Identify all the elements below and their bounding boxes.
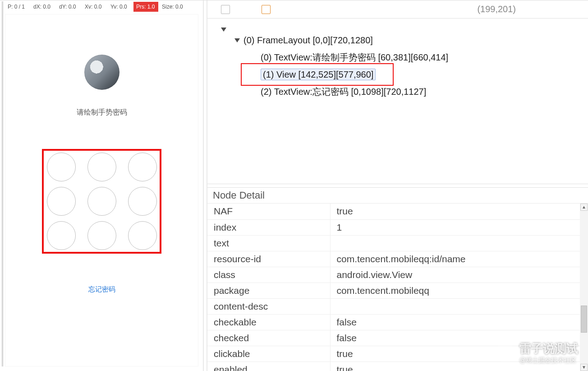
stat-prs: Prs: 1.0 — [133, 2, 158, 12]
detail-row[interactable]: classandroid.view.View — [207, 267, 588, 283]
device-preview-panel: P: 0 / 1 dX: 0.0 dY: 0.0 Xv: 0.0 Yv: 0.0… — [0, 0, 203, 371]
expand-icon[interactable] — [221, 28, 226, 32]
stat-xv: Xv: 0.0 — [82, 2, 107, 12]
detail-key: NAF — [207, 204, 330, 219]
scroll-up-icon[interactable]: ▲ — [580, 204, 588, 211]
pattern-dot[interactable] — [87, 153, 116, 181]
detail-key: index — [207, 219, 330, 235]
tree-node[interactable]: (0) FrameLayout [0,0][720,1280] — [243, 32, 373, 49]
gesture-pattern-grid[interactable] — [42, 149, 161, 254]
detail-value: com.tencent.mobileqq:id/name — [330, 251, 588, 267]
detail-value — [330, 235, 588, 251]
stat-dy: dY: 0.0 — [56, 2, 81, 12]
pattern-dot[interactable] — [128, 153, 157, 181]
expand-icon[interactable] — [234, 38, 240, 42]
touch-stats-bar: P: 0 / 1 dX: 0.0 dY: 0.0 Xv: 0.0 Yv: 0.0… — [5, 1, 198, 12]
tool-icon[interactable] — [262, 5, 271, 14]
detail-row[interactable]: index1 — [207, 219, 588, 235]
pattern-dot[interactable] — [128, 187, 157, 216]
inspector-toolbar: (199,201) — [207, 0, 588, 19]
node-detail-panel: Node Detail NAFtrueindex1textresource-id… — [207, 188, 588, 371]
detail-key: checked — [207, 330, 330, 346]
forgot-password-link[interactable]: 忘记密码 — [88, 285, 115, 294]
stat-size: Size: 0.0 — [159, 2, 186, 12]
gesture-prompt: 请绘制手势密码 — [77, 108, 127, 117]
tree-node-selected[interactable]: (1) View [142,525][577,960] — [261, 69, 376, 80]
detail-key: resource-id — [207, 251, 330, 267]
pattern-dot[interactable] — [47, 187, 76, 216]
hierarchy-tree[interactable]: (0) FrameLayout [0,0][720,1280] (0) Text… — [207, 19, 588, 184]
detail-value: true — [330, 204, 588, 219]
pattern-dot[interactable] — [47, 153, 76, 181]
detail-row[interactable]: packagecom.tencent.mobileqq — [207, 283, 588, 298]
device-screen[interactable]: 请绘制手势密码 忘记密码 — [5, 14, 198, 366]
scrollbar[interactable]: ▲ ▼ — [580, 204, 588, 371]
detail-key: clickable — [207, 346, 330, 362]
pattern-dot[interactable] — [128, 221, 157, 250]
detail-key: enabled — [207, 362, 330, 371]
detail-value: com.tencent.mobileqq — [330, 283, 588, 298]
avatar — [84, 55, 119, 90]
scroll-down-icon[interactable]: ▼ — [580, 364, 588, 371]
stat-p: P: 0 / 1 — [5, 2, 30, 12]
detail-row[interactable]: resource-idcom.tencent.mobileqq:id/name — [207, 251, 588, 267]
detail-row[interactable]: text — [207, 235, 588, 251]
detail-row[interactable]: checkedfalse — [207, 330, 588, 346]
detail-key: package — [207, 283, 330, 298]
detail-value — [330, 298, 588, 314]
detail-key: text — [207, 235, 330, 251]
detail-value: true — [330, 362, 588, 371]
detail-row[interactable]: checkablefalse — [207, 314, 588, 330]
stat-yv: Yv: 0.0 — [108, 2, 133, 12]
detail-row[interactable]: content-desc — [207, 298, 588, 314]
tool-icon[interactable] — [221, 5, 230, 14]
pattern-dot[interactable] — [47, 221, 76, 250]
cursor-coordinates: (199,201) — [477, 4, 516, 14]
node-detail-title: Node Detail — [207, 188, 588, 204]
detail-value: false — [330, 314, 588, 330]
detail-value: 1 — [330, 219, 588, 235]
detail-value: android.view.View — [330, 267, 588, 283]
detail-row[interactable]: NAFtrue — [207, 204, 588, 219]
pane-divider[interactable] — [203, 0, 207, 371]
stat-dx: dX: 0.0 — [31, 2, 55, 12]
horizontal-splitter[interactable] — [207, 184, 588, 188]
detail-row[interactable]: clickabletrue — [207, 346, 588, 362]
detail-row[interactable]: enabledtrue — [207, 362, 588, 371]
detail-key: content-desc — [207, 298, 330, 314]
detail-value: true — [330, 346, 588, 362]
pattern-dot[interactable] — [87, 187, 116, 216]
pattern-dot[interactable] — [87, 221, 116, 250]
detail-key: checkable — [207, 314, 330, 330]
detail-value: false — [330, 330, 588, 346]
node-detail-table: NAFtrueindex1textresource-idcom.tencent.… — [207, 204, 588, 371]
detail-key: class — [207, 267, 330, 283]
scroll-thumb[interactable] — [581, 306, 587, 333]
